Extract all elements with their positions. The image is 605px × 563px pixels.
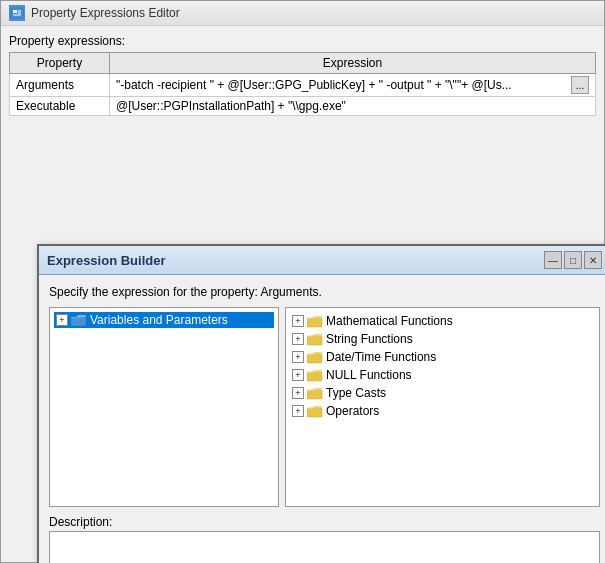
tree-item-variables[interactable]: + Variables and Parameters bbox=[54, 312, 274, 328]
folder-icon-variables bbox=[71, 314, 87, 327]
description-label: Description: bbox=[49, 515, 600, 529]
outer-title-icon bbox=[9, 5, 25, 21]
description-textarea[interactable] bbox=[49, 531, 600, 563]
expression-cell-arguments: "-batch -recipient " + @[User::GPG_Publi… bbox=[110, 74, 596, 97]
col-header-property: Property bbox=[10, 53, 110, 74]
right-tree-item-string[interactable]: + String Functions bbox=[290, 330, 595, 348]
tree-expander-math[interactable]: + bbox=[292, 315, 304, 327]
tree-expander-null[interactable]: + bbox=[292, 369, 304, 381]
tree-expander-string[interactable]: + bbox=[292, 333, 304, 345]
description-section: Description: bbox=[49, 515, 600, 563]
svg-rect-9 bbox=[307, 372, 322, 381]
right-tree-item-typecasts[interactable]: + Type Casts bbox=[290, 384, 595, 402]
expression-value-arguments: "-batch -recipient " + @[User::GPG_Publi… bbox=[116, 78, 569, 92]
property-expressions-table: Property Expression Arguments "-batch -r… bbox=[9, 52, 596, 116]
table-row: Arguments "-batch -recipient " + @[User:… bbox=[10, 74, 596, 97]
tree-label-variables: Variables and Parameters bbox=[90, 313, 228, 327]
outer-window-title: Property Expressions Editor bbox=[31, 6, 180, 20]
maximize-button[interactable]: □ bbox=[564, 251, 582, 269]
svg-rect-0 bbox=[11, 8, 23, 18]
right-tree-label-math: Mathematical Functions bbox=[326, 314, 453, 328]
inner-titlebar: Expression Builder — □ ✕ bbox=[39, 246, 605, 275]
tree-expander-variables[interactable]: + bbox=[56, 314, 68, 326]
expression-cell-executable: @[User::PGPInstallationPath] + "\\gpg.ex… bbox=[110, 97, 596, 116]
col-header-expression: Expression bbox=[110, 53, 596, 74]
inner-dialog-title: Expression Builder bbox=[47, 253, 165, 268]
specify-label: Specify the expression for the property:… bbox=[49, 285, 600, 299]
property-expressions-label: Property expressions: bbox=[9, 34, 596, 48]
tree-expander-typecasts[interactable]: + bbox=[292, 387, 304, 399]
panels-row: + Variables and Parameters bbox=[49, 307, 600, 507]
inner-body: Specify the expression for the property:… bbox=[39, 275, 605, 563]
right-tree-item-operators[interactable]: + Operators bbox=[290, 402, 595, 420]
folder-icon-datetime bbox=[307, 351, 323, 364]
tree-expander-datetime[interactable]: + bbox=[292, 351, 304, 363]
svg-rect-11 bbox=[307, 408, 322, 417]
folder-icon-string bbox=[307, 333, 323, 346]
dialog-container: Expression Builder — □ ✕ Specify the exp… bbox=[9, 124, 596, 554]
right-tree-item-datetime[interactable]: + Date/Time Functions bbox=[290, 348, 595, 366]
folder-icon-typecasts bbox=[307, 387, 323, 400]
svg-rect-6 bbox=[307, 318, 322, 327]
table-row: Executable @[User::PGPInstallationPath] … bbox=[10, 97, 596, 116]
folder-icon-math bbox=[307, 315, 323, 328]
svg-rect-5 bbox=[71, 317, 86, 326]
outer-body: Property expressions: Property Expressio… bbox=[1, 26, 604, 562]
property-cell-arguments: Arguments bbox=[10, 74, 110, 97]
property-cell-executable: Executable bbox=[10, 97, 110, 116]
tree-expander-operators[interactable]: + bbox=[292, 405, 304, 417]
right-tree-label-string: String Functions bbox=[326, 332, 413, 346]
right-tree-label-operators: Operators bbox=[326, 404, 379, 418]
folder-icon-null bbox=[307, 369, 323, 382]
right-tree-item-null[interactable]: + NULL Functions bbox=[290, 366, 595, 384]
titlebar-controls: — □ ✕ bbox=[544, 251, 602, 269]
svg-rect-8 bbox=[307, 354, 322, 363]
expression-edit-button-arguments[interactable]: ... bbox=[571, 76, 589, 94]
right-tree-label-null: NULL Functions bbox=[326, 368, 412, 382]
left-tree-panel[interactable]: + Variables and Parameters bbox=[49, 307, 279, 507]
right-tree-item-math[interactable]: + Mathematical Functions bbox=[290, 312, 595, 330]
right-tree-label-datetime: Date/Time Functions bbox=[326, 350, 436, 364]
folder-icon-operators bbox=[307, 405, 323, 418]
expression-builder-dialog: Expression Builder — □ ✕ Specify the exp… bbox=[37, 244, 605, 563]
outer-titlebar: Property Expressions Editor bbox=[1, 1, 604, 26]
svg-rect-1 bbox=[13, 10, 17, 13]
svg-rect-7 bbox=[307, 336, 322, 345]
close-button[interactable]: ✕ bbox=[584, 251, 602, 269]
right-tree-panel[interactable]: + Mathematical Functions + bbox=[285, 307, 600, 507]
property-expressions-editor-window: Property Expressions Editor Property exp… bbox=[0, 0, 605, 563]
svg-rect-10 bbox=[307, 390, 322, 399]
right-tree-label-typecasts: Type Casts bbox=[326, 386, 386, 400]
minimize-button[interactable]: — bbox=[544, 251, 562, 269]
